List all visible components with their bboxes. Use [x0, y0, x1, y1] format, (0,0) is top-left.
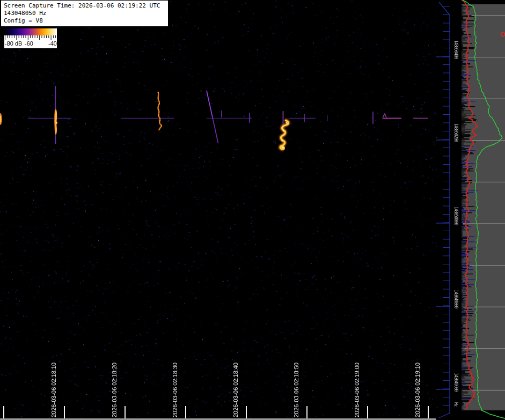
noise-floor-bar [462, 350, 463, 350]
noise-floor-bar [462, 260, 466, 260]
noise-floor-bar [462, 192, 474, 193]
noise-floor-bar [462, 360, 471, 361]
noise-floor-bar [462, 24, 474, 24]
noise-floor-bar [462, 283, 466, 284]
intensity-colorbar: -80 dB -60 -40 [4, 28, 57, 48]
noise-floor-bar [462, 292, 463, 292]
noise-floor-bar [462, 170, 470, 170]
noise-floor-bar [462, 138, 469, 139]
noise-floor-bar [462, 55, 465, 55]
time-label: 2026-03-06 02:18:20 [112, 363, 118, 417]
noise-floor-bar [462, 209, 464, 210]
noise-floor-bar [462, 205, 465, 205]
noise-floor-bar [462, 357, 467, 358]
noise-floor-bar [462, 141, 465, 141]
noise-floor-bar [462, 127, 465, 127]
noise-floor-bar [462, 336, 464, 336]
noise-floor-bar [462, 245, 465, 245]
config-line: Config = V8 [4, 17, 168, 25]
noise-floor-bar [462, 216, 464, 216]
freq-label: 143050200 [453, 123, 458, 142]
noise-floor-bar [462, 63, 470, 64]
noise-floor-bar [462, 351, 470, 351]
noise-floor-bar [462, 227, 464, 228]
noise-floor-bar [462, 251, 470, 252]
noise-floor-bar [462, 409, 464, 409]
colorbar-label-80db: -80 dB [5, 40, 22, 47]
noise-floor-bar [462, 77, 464, 78]
noise-floor-bar [462, 173, 465, 173]
noise-floor-bar [462, 185, 466, 185]
noise-floor-bar [462, 296, 463, 297]
noise-floor-bar [462, 60, 477, 61]
noise-floor-bar [462, 53, 469, 53]
noise-floor-bar [462, 191, 466, 191]
noise-floor-bar [462, 401, 469, 402]
noise-floor-bar [462, 400, 470, 401]
noise-floor-bar [462, 56, 464, 56]
noise-floor-bar [462, 65, 463, 66]
freq-label: 143049600 [453, 373, 458, 391]
noise-floor-bar [462, 45, 463, 46]
noise-floor-bar [462, 295, 468, 296]
frequency-axis: 1430504001430502001430500001430498001430… [437, 0, 462, 420]
noise-floor-bar [462, 404, 464, 405]
noise-floor-bar [462, 366, 467, 366]
noise-floor-bar [462, 171, 473, 171]
noise-floor-bar [462, 392, 469, 392]
noise-floor-bar [462, 31, 466, 32]
noise-floor-bar [462, 113, 473, 113]
noise-floor-bar [462, 256, 468, 257]
noise-floor-bar [462, 78, 470, 79]
noise-floor-bar [462, 394, 464, 394]
noise-floor-bar [462, 235, 463, 235]
noise-floor-bar [462, 34, 471, 35]
noise-floor-bar [462, 207, 463, 208]
noise-floor-bar [462, 29, 463, 30]
noise-floor-bar [462, 225, 468, 226]
noise-floor-bar [462, 86, 468, 86]
noise-floor-bar [462, 35, 463, 36]
noise-floor-bar [462, 97, 464, 97]
noise-floor-bar [462, 345, 463, 346]
noise-floor-bar [462, 363, 463, 363]
noise-floor-bar [462, 114, 466, 114]
noise-floor-bar [462, 311, 473, 312]
carrier-line [0, 112, 437, 125]
noise-floor-bar [462, 107, 463, 108]
noise-floor-bar [462, 297, 466, 298]
noise-floor-bar [462, 242, 466, 243]
noise-floor-bar [462, 343, 463, 344]
noise-floor-bar [462, 329, 463, 330]
echo-event-3 [207, 91, 222, 143]
noise-floor-bar [462, 406, 463, 406]
noise-floor-bar [462, 337, 463, 337]
noise-floor-bar [462, 120, 476, 121]
noise-floor-bar [462, 46, 463, 47]
noise-floor-bar [462, 5, 463, 6]
noise-floor-bar [462, 18, 463, 19]
noise-floor-bar [462, 71, 465, 71]
waterfall-spectrogram: 2026-03-06 02:18:002026-03-06 02:18:1020… [0, 0, 437, 420]
spectrum-monitor-screen: { "header": { "line1": "Screen Capture T… [0, 0, 505, 420]
noise-floor-bar [462, 306, 474, 306]
noise-floor-bar [462, 36, 472, 37]
noise-floor-bar [462, 310, 464, 311]
noise-floor-bar [462, 116, 466, 116]
noise-floor-bar [462, 150, 475, 151]
noise-floor-bar [462, 261, 463, 261]
noise-floor-bar [462, 42, 467, 42]
noise-floor-bar [462, 328, 469, 329]
noise-floor-bar [462, 32, 464, 33]
noise-floor-bar [462, 252, 469, 253]
noise-floor-bar [462, 61, 463, 62]
noise-floor-bar [462, 17, 463, 18]
noise-floor-bar [462, 201, 465, 201]
noise-floor-bar [462, 316, 463, 317]
noise-floor-bar [462, 338, 465, 338]
noise-floor-bar [462, 286, 471, 287]
noise-floor-bar [462, 75, 471, 76]
noise-floor-bar [462, 279, 475, 279]
noise-floor-bar [462, 358, 463, 359]
noise-floor-bar [462, 176, 463, 176]
